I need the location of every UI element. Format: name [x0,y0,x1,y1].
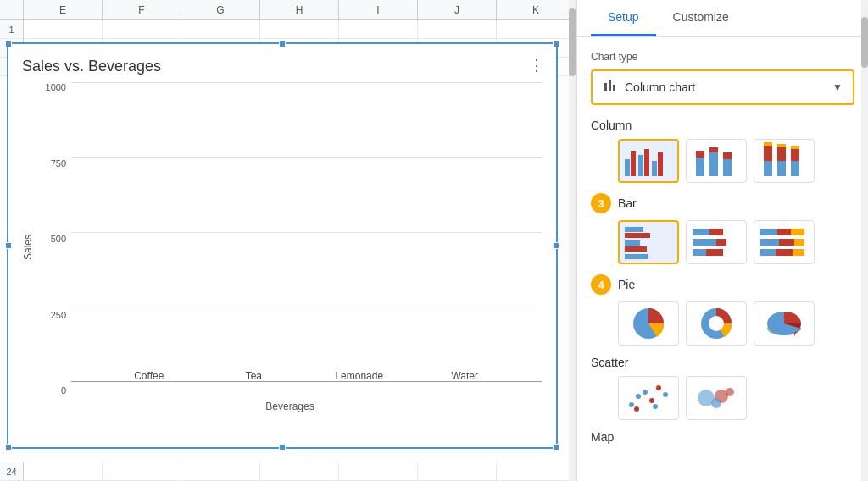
svg-point-60 [726,388,734,396]
step-badge-3: 3 [591,193,611,213]
svg-rect-4 [631,151,636,176]
chart-type-dropdown[interactable]: Column chart ▼ [591,69,854,105]
svg-rect-28 [625,254,648,259]
scatter-options-row [618,376,854,420]
category-map-name: Map [591,430,614,444]
bar-options-row [618,220,854,264]
spreadsheet-area: E F G H I J K 1 2 3 Sales vs. Beverages … [0,0,576,481]
col-k[interactable]: K [497,0,576,19]
column-100stacked-option[interactable] [754,139,815,183]
svg-rect-29 [693,229,709,235]
category-bar-header: 3 Bar [591,193,854,213]
column-stacked-option[interactable] [686,139,747,183]
col-i[interactable]: I [339,0,418,19]
sheet-scroll-thumb[interactable] [569,8,576,76]
col-f[interactable]: F [103,0,181,19]
pie-option[interactable] [618,301,679,346]
bars-area: Coffee Tea Lemonade [71,82,542,399]
svg-rect-26 [625,240,640,246]
panel-tabs: Setup Customize [577,0,868,37]
right-panel: Setup Customize Chart type Column chart … [576,0,868,481]
right-scroll-thumb[interactable] [861,17,868,68]
column-chart-icon [603,78,618,97]
bar-label: Tea [246,370,262,382]
svg-rect-40 [794,239,804,246]
category-pie-name: Pie [618,278,635,291]
svg-point-51 [643,390,648,395]
handle-bottom-right[interactable] [553,444,559,451]
svg-rect-31 [693,239,716,246]
svg-rect-9 [696,158,704,176]
dropdown-arrow-icon: ▼ [832,81,843,93]
y-tick: 0 [37,385,71,395]
bar-grouped-option[interactable] [618,220,679,264]
svg-rect-17 [764,142,772,146]
svg-rect-25 [625,233,650,238]
svg-point-53 [656,385,661,390]
handle-top-center[interactable] [279,41,286,47]
svg-rect-7 [652,161,657,176]
svg-rect-15 [764,161,772,176]
svg-rect-41 [760,249,776,256]
category-map: Map [591,430,854,444]
bar-100stacked-option[interactable] [754,220,815,264]
chart-type-label: Chart type [591,51,854,63]
grid-row: 1 [0,20,576,39]
bar-stacked-option[interactable] [686,220,747,264]
col-g[interactable]: G [181,0,260,19]
scatter2-option[interactable] [686,376,747,420]
more-options-icon[interactable]: ⋮ [529,56,544,75]
category-bar-name: Bar [618,196,637,210]
svg-rect-10 [696,151,704,158]
svg-rect-21 [791,161,799,176]
y-axis-label: Sales [22,82,34,412]
handle-top-left[interactable] [5,41,12,47]
handle-right-center[interactable] [553,242,559,249]
bar-coffee: Coffee [125,367,172,382]
3d-pie-option[interactable] [754,301,815,346]
svg-point-49 [629,402,634,407]
handle-bottom-center[interactable] [279,444,286,451]
category-bar: 3 Bar [591,193,854,264]
svg-rect-24 [625,227,643,232]
category-pie: 4 Pie [591,274,854,346]
y-tick: 250 [37,310,71,320]
scatter-option[interactable] [618,376,679,420]
svg-rect-16 [764,146,772,161]
svg-rect-33 [693,249,706,256]
chart-type-text: Column chart [625,80,832,94]
handle-bottom-left[interactable] [5,444,12,451]
tab-setup[interactable]: Setup [591,0,656,36]
bar-tea: Tea [231,367,277,382]
donut-option[interactable] [686,301,747,346]
column-grouped-option[interactable] [618,139,679,183]
col-e[interactable]: E [24,0,103,19]
bar-label: Water [451,370,478,382]
svg-rect-20 [777,144,786,147]
handle-top-right[interactable] [553,41,559,47]
svg-rect-5 [638,155,643,176]
svg-point-55 [634,406,639,412]
y-tick: 1000 [37,82,71,92]
svg-rect-0 [604,83,607,91]
category-column: Column [591,119,854,183]
col-h[interactable]: H [260,0,339,19]
svg-rect-19 [777,147,786,161]
bar-lemonade: Lemonade [335,367,383,382]
svg-point-54 [663,392,668,397]
sheet-scrollbar[interactable] [569,0,576,481]
svg-rect-6 [644,149,649,176]
svg-rect-14 [723,152,732,159]
right-scrollbar[interactable] [861,0,868,481]
handle-left-center[interactable] [5,242,12,249]
chart-container[interactable]: Sales vs. Beverages ⋮ Sales 0 250 500 75… [7,42,558,449]
step-badge-4: 4 [591,274,611,295]
tab-customize[interactable]: Customize [656,0,746,36]
svg-rect-34 [706,249,723,256]
svg-point-46 [709,316,724,331]
svg-point-56 [653,404,658,409]
col-j[interactable]: J [418,0,497,19]
svg-point-59 [711,398,721,408]
svg-point-52 [649,398,654,403]
svg-rect-23 [791,146,799,149]
